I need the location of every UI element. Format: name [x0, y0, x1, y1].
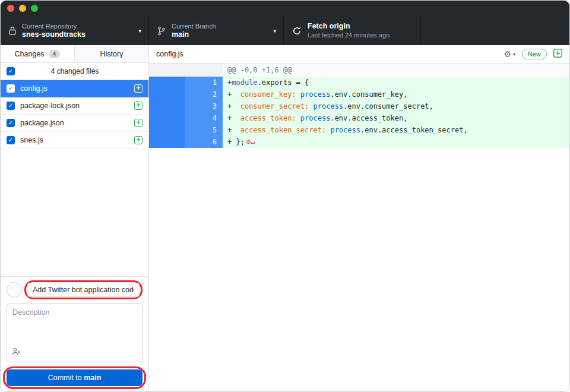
diff-code-content: + };⊘↵ [223, 136, 569, 148]
add-coauthor-icon[interactable] [12, 347, 21, 358]
minimize-button[interactable] [19, 5, 26, 12]
diff-gutter-new[interactable]: 4 [185, 112, 223, 124]
file-include-checkbox[interactable]: ✓ [7, 119, 15, 127]
diff-gutter-old[interactable] [149, 136, 185, 148]
file-status-badge: New [522, 49, 547, 59]
toolbar: Current Repository snes-soundtracks ▾ Cu… [1, 16, 569, 45]
added-status-icon: + [134, 136, 142, 144]
diff-code-content: + consumer_secret: process.env.consumer_… [223, 100, 569, 112]
file-include-checkbox[interactable]: ✓ [7, 102, 15, 110]
diff-pane: config.js ⚙ ▾ New @@ -0,0 +1,6 @@ [149, 45, 569, 392]
code-token: consumer_key: [240, 90, 296, 99]
diff-gutter-old[interactable] [149, 77, 185, 88]
app-window: Current Repository snes-soundtracks ▾ Cu… [0, 0, 570, 392]
diff-code-content: + consumer_key: process.env.consumer_key… [223, 88, 569, 100]
changed-files-count: 4 changed files [20, 67, 142, 75]
diff-line: 4+ access_token: process.env.access_toke… [149, 112, 569, 124]
diff-options-button[interactable]: ⚙ ▾ [504, 50, 515, 58]
chevron-down-icon: ▾ [134, 28, 141, 34]
code-token: + [227, 126, 240, 134]
code-token: .env.consumer_secret, [343, 102, 433, 110]
commit-to-main-button[interactable]: Commit to main [7, 369, 142, 386]
fetch-label: Fetch origin [308, 22, 390, 31]
tab-history-label: History [100, 50, 124, 58]
code-token: process [330, 126, 360, 134]
code-token: ⊘↵ [246, 138, 255, 146]
file-row-snes.js[interactable]: ✓snes.js+ [1, 132, 148, 149]
code-token: .env.consumer_key, [330, 90, 407, 99]
hunk-gutter-old [149, 64, 185, 77]
code-token: .env.access_token_secret, [360, 126, 468, 134]
lock-icon [9, 26, 16, 35]
diff-lines: 1+module.exports = {2+ consumer_key: pro… [149, 77, 569, 148]
diff-gutter-old[interactable] [149, 88, 185, 100]
code-token: consumer_secret: [240, 102, 309, 110]
branch-icon [157, 26, 166, 36]
diff-gutter-new[interactable]: 2 [185, 88, 223, 100]
diff-gutter-new[interactable]: 1 [185, 77, 223, 88]
code-token: + }; [227, 138, 245, 146]
diff-gutter-new[interactable]: 5 [185, 124, 223, 136]
diff-gutter-new[interactable]: 6 [185, 136, 223, 148]
added-status-icon: + [134, 102, 142, 110]
chevron-down-icon: ▾ [268, 28, 276, 34]
close-button[interactable] [7, 5, 14, 12]
commit-summary-input[interactable] [27, 283, 140, 297]
code-token: access_token: [240, 114, 296, 122]
added-status-icon: + [134, 119, 142, 127]
file-row-config.js[interactable]: ✓config.js+ [1, 80, 148, 97]
sidebar: Changes 4 History ✓ 4 changed files ✓con… [1, 45, 149, 392]
file-name: package.json [20, 119, 129, 127]
code-token: module [232, 78, 257, 87]
branch-name: main [172, 30, 216, 39]
commit-panel: Commit to main [1, 276, 148, 392]
diff-code-content: + access_token: process.env.access_token… [223, 112, 569, 124]
code-token [296, 114, 300, 122]
diff-gutter-old[interactable] [149, 100, 185, 112]
code-token: process [300, 114, 331, 122]
fetch-origin-button[interactable]: Fetch origin Last fetched 24 minutes ago [284, 16, 421, 45]
hunk-header-text: @@ -0,0 +1,6 @@ [223, 64, 569, 77]
changed-file-list: ✓config.js+✓package-lock.json+✓package.j… [1, 80, 148, 276]
hunk-header-row: @@ -0,0 +1,6 @@ [149, 64, 569, 77]
tab-history[interactable]: History [74, 45, 148, 62]
diff-gutter-new[interactable]: 3 [185, 100, 223, 112]
diff-gutter-old[interactable] [149, 124, 185, 136]
code-token: process [300, 90, 331, 99]
commit-button-prefix: Commit to [48, 374, 84, 382]
zoom-button[interactable] [31, 5, 38, 12]
sync-icon [292, 26, 302, 36]
diff-code-content: +module.exports = { [223, 77, 569, 88]
code-token: + [227, 102, 240, 110]
commit-description-input[interactable] [7, 304, 142, 348]
diff-file-header: config.js ⚙ ▾ New [149, 45, 569, 64]
hunk-gutter-new [185, 64, 223, 77]
file-include-checkbox[interactable]: ✓ [7, 84, 15, 93]
diff-line: 3+ consumer_secret: process.env.consumer… [149, 100, 569, 112]
repository-label: Current Repository [22, 22, 86, 30]
diff-line: 1+module.exports = { [149, 77, 569, 88]
commit-description-box [7, 304, 142, 362]
code-token: process [314, 102, 344, 110]
gear-icon: ⚙ [504, 50, 511, 58]
sidebar-tabs: Changes 4 History [1, 45, 148, 63]
code-token: .exports = { [258, 78, 309, 87]
file-include-checkbox[interactable]: ✓ [7, 136, 15, 144]
tab-changes[interactable]: Changes 4 [1, 45, 74, 62]
tab-changes-label: Changes [15, 50, 45, 58]
fetch-sublabel: Last fetched 24 minutes ago [308, 31, 390, 39]
diff-line: 5+ access_token_secret: process.env.acce… [149, 124, 569, 136]
file-row-package.json[interactable]: ✓package.json+ [1, 115, 148, 132]
commit-button-branch: main [84, 374, 101, 382]
branch-picker[interactable]: Current Branch main ▾ [149, 16, 284, 45]
changed-files-summary-row: ✓ 4 changed files [1, 63, 148, 80]
diff-line: 6+ };⊘↵ [149, 136, 569, 148]
repository-name: snes-soundtracks [22, 30, 86, 39]
annotation-highlight-commit: Commit to main [3, 366, 146, 389]
code-token: + [227, 90, 240, 99]
code-token [309, 102, 313, 110]
select-all-checkbox[interactable]: ✓ [7, 67, 15, 75]
diff-gutter-old[interactable] [149, 112, 185, 124]
repository-picker[interactable]: Current Repository snes-soundtracks ▾ [1, 16, 149, 45]
file-row-package-lock.json[interactable]: ✓package-lock.json+ [1, 97, 148, 115]
